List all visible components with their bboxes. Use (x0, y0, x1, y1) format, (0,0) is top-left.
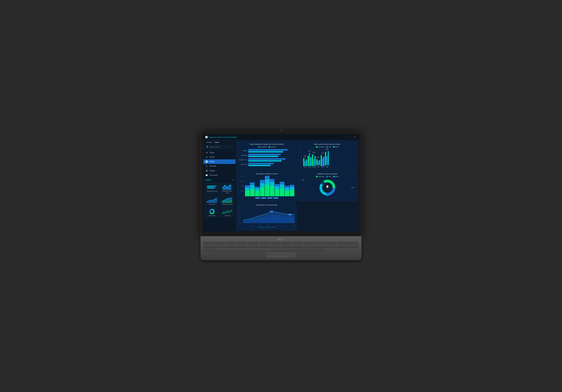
thumb-area[interactable]: Area Chart (205, 196, 219, 206)
thumb-line[interactable]: Line Chart (220, 207, 234, 217)
label-newyork: New York (316, 166, 320, 168)
pct-42: 42% (326, 195, 329, 196)
main-layout: ⌂ HOME > Charts 🔍 ⊞ Pages (203, 140, 359, 232)
svg-rect-11 (225, 186, 227, 187)
key (303, 245, 314, 248)
stacked-col-label: Stacked Column Chart (221, 190, 233, 194)
svg-rect-13 (227, 187, 228, 188)
svg-rect-3 (207, 187, 213, 188)
key (259, 241, 270, 244)
key (237, 245, 247, 248)
customer-age-card: Distribution of Customers Age 80% 60% 40… (237, 202, 296, 230)
pct-paris: 77% (321, 152, 324, 155)
key (226, 245, 236, 248)
pct-london: 79% (312, 151, 316, 154)
sidebar-item-outline[interactable]: ☰ Outline (203, 155, 236, 159)
scope-4-button[interactable]: Scope 4 (273, 197, 279, 199)
legend-satisfied: Satisfied (269, 146, 276, 148)
location-sales-card: Most common items sold by Location Elect… (298, 142, 357, 170)
svg-rect-6 (222, 187, 224, 190)
close-button[interactable]: ✕ (353, 136, 357, 139)
keyboard-keys (203, 241, 359, 244)
sidebar-item-charts-label: Charts (209, 161, 214, 163)
horizontal-bar-chart: STORE WEBSITE (239, 149, 295, 167)
thumb-stacked-col[interactable]: Stacked Column Chart (220, 183, 234, 195)
scope-3-button[interactable]: Scope 3 (267, 197, 273, 199)
location-y-axis: 100 80 60 40 20 0 (300, 149, 302, 168)
outline-icon: ☰ (205, 156, 208, 158)
pct-berlin: 90% (308, 149, 311, 153)
dell-logo: DELL (203, 238, 359, 240)
key (281, 249, 292, 251)
comments-icon: 💬 (205, 174, 208, 176)
legend-rev-electronics: Electronics (316, 176, 325, 177)
thumb-donut[interactable]: Donut Chart (205, 207, 219, 217)
webcam (280, 130, 282, 131)
thumb-stacked-bar[interactable]: Stacked Bar Chart (205, 183, 219, 195)
svg-text:☁: ☁ (327, 188, 328, 190)
breadcrumb-home[interactable]: ⌂ HOME (205, 142, 212, 143)
maximize-button[interactable]: □ (349, 136, 351, 139)
pct-sandiego: 95% (325, 148, 328, 151)
age-annotation-4566: 4,566 (288, 214, 292, 215)
images-icon: 🖼 (205, 170, 208, 172)
sales-legend: Dissatisfied Satisfied (239, 146, 295, 148)
label-berlin: Berlin (308, 166, 311, 168)
svg-point-23 (223, 211, 224, 212)
bar-label-website: WEBSITE (239, 154, 247, 156)
sidebar-item-charts[interactable]: 📊 Charts (203, 159, 236, 164)
svg-rect-14 (228, 186, 230, 190)
sidebar-item-template[interactable]: ⊡ Template (203, 164, 236, 168)
title-bar: 📊 Business Charts Q1 Presentation − □ ✕ (203, 135, 359, 140)
bar-row-website: WEBSITE (239, 154, 295, 157)
trackpad[interactable] (266, 252, 296, 258)
scope-2-button[interactable]: Scope 2 (261, 197, 267, 199)
sales-y-axis: 400,000 300,000 200,000 100,000 0 (239, 176, 244, 196)
minimize-button[interactable]: − (344, 136, 347, 139)
svg-rect-12 (227, 188, 228, 190)
key (315, 249, 325, 251)
stacked-col-preview (221, 184, 233, 190)
key (281, 245, 292, 248)
scope-1-button[interactable]: Scope 1 (255, 197, 260, 199)
scope-buttons: Scope 1 Scope 2 Scope 3 Scope 4 (239, 197, 295, 199)
location-austin: 64% Austin (303, 154, 307, 168)
search-box[interactable]: 🔍 (205, 145, 234, 149)
line-preview (221, 208, 233, 214)
key (270, 245, 281, 248)
legend-books: Books (333, 146, 339, 148)
key (226, 241, 236, 244)
breadcrumb: ⌂ HOME > Charts (203, 140, 236, 144)
key (270, 249, 281, 251)
thumb-stacked-area[interactable]: Stcked Area Chart (220, 196, 234, 206)
legend-dissatisfied: Dissatisfied (258, 146, 267, 148)
location-berlin: 90% Berlin (307, 149, 312, 168)
chart-thumbnails: Stacked Bar Chart (203, 182, 236, 218)
bar-label-store: STORE (239, 150, 247, 152)
sidebar-item-pages[interactable]: ⊞ Pages (203, 150, 236, 155)
key (203, 249, 214, 251)
location-newyork: 42% New York (316, 156, 320, 168)
sidebar-item-comments[interactable]: 💬 Comments (203, 173, 236, 178)
monthly-revenue-card: Monthly revenue by product Electronics F… (298, 171, 357, 201)
stacked-bar-label: Stacked Bar Chart (207, 190, 217, 192)
legend-satisfied-label: Satisfied (271, 146, 276, 148)
bar-row-mobile: MOBILE APP (239, 158, 295, 162)
bar-label-untitled: UNTITLED (239, 164, 247, 165)
location-paris: 77% Paris (320, 152, 325, 168)
location-title: Most common items sold by Location (300, 143, 355, 145)
sidebar-item-images[interactable]: 🖼 Images (203, 168, 236, 173)
search-icon: 🔍 (207, 146, 209, 148)
legend-food-label: Food (328, 146, 331, 148)
key-wide (337, 241, 359, 244)
stacked-area-label: Stcked Area Chart (222, 203, 232, 205)
pct-newyork: 42% (316, 156, 320, 159)
key-wide (203, 245, 225, 248)
stacked-bar-preview (206, 184, 218, 190)
charts-section-header[interactable]: Charts ▼ (203, 178, 236, 182)
svg-rect-15 (228, 185, 230, 186)
sidebar-item-outline-label: Outline (209, 156, 215, 158)
sidebar-item-images-label: Images (209, 170, 215, 172)
search-input[interactable] (210, 146, 233, 148)
pct-28: 28% (351, 187, 354, 188)
